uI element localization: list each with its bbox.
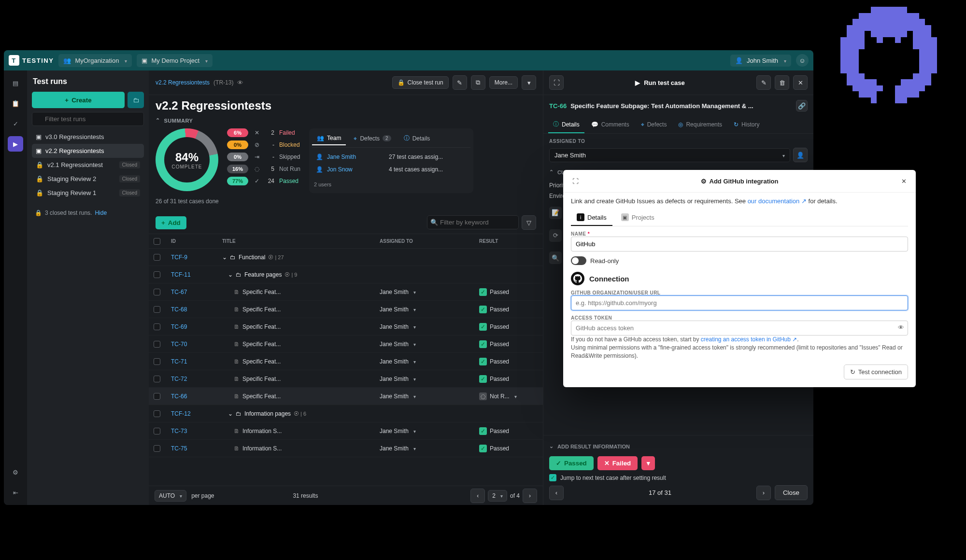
tc-id-link[interactable]: TCF-11	[171, 271, 205, 278]
result-cell[interactable]: ◌Not R...	[479, 392, 543, 400]
result-cell[interactable]: ✓Passed	[479, 288, 543, 296]
nav-collapse[interactable]: ⇤	[8, 485, 23, 500]
page-next[interactable]: ›	[523, 489, 537, 503]
more-menu[interactable]: More...	[489, 76, 518, 89]
filter-options-button[interactable]: ▽	[522, 215, 536, 230]
col-title[interactable]: TITLE	[222, 238, 377, 244]
table-row[interactable]: TC-68🗎Specific Feat...Jane Smith✓Passed	[149, 301, 543, 318]
row-checkbox[interactable]	[154, 445, 160, 452]
reveal-token-button[interactable]: 👁	[898, 324, 904, 331]
table-row[interactable]: TC-70🗎Specific Feat...Jane Smith✓Passed	[149, 336, 543, 353]
modal-expand-button[interactable]: ⛶	[569, 175, 582, 187]
folder-button[interactable]: 🗀	[128, 92, 144, 108]
table-row[interactable]: TC-72🗎Specific Feat...Jane Smith✓Passed	[149, 370, 543, 388]
result-cell[interactable]: ✓Passed	[479, 427, 543, 435]
table-row[interactable]: TC-69🗎Specific Feat...Jane Smith✓Passed	[149, 318, 543, 336]
page-select[interactable]: 2	[488, 490, 507, 502]
rp-tab-details[interactable]: ⓘDetails	[548, 116, 584, 133]
result-cell[interactable]: ✓Passed	[479, 445, 543, 452]
tc-id-link[interactable]: TC-69	[171, 323, 205, 330]
test-connection-button[interactable]: ↻Test connection	[844, 364, 908, 379]
assign-caret[interactable]	[412, 358, 416, 365]
add-testcase-button[interactable]: +Add	[156, 216, 186, 229]
summary-toggle[interactable]: ⌃ SUMMARY	[156, 117, 536, 124]
breadcrumb-link[interactable]: v2.2 Regressiontests	[156, 79, 210, 86]
tc-key[interactable]: TC-66	[549, 102, 567, 110]
run-item[interactable]: ▣v3.0 Regressiontests	[32, 130, 144, 144]
close-button[interactable]: Close	[775, 485, 808, 500]
table-row[interactable]: TC-71🗎Specific Feat...Jane Smith✓Passed	[149, 353, 543, 370]
create-run-button[interactable]: +Create	[32, 92, 125, 108]
table-row[interactable]: TC-75🗎Information S...Jane Smith✓Passed	[149, 440, 543, 457]
rp-tab-requirements[interactable]: ◎Requirements	[673, 116, 727, 133]
page-prev[interactable]: ‹	[470, 489, 485, 503]
edit-button[interactable]: ✎	[453, 75, 467, 90]
col-result[interactable]: RESULT	[479, 238, 543, 244]
hide-closed-link[interactable]: Hide	[95, 210, 107, 216]
tab-team[interactable]: 👥Team	[312, 131, 346, 145]
table-row[interactable]: TC-67🗎Specific Feat...Jane Smith✓Passed	[149, 283, 543, 301]
result-more-button[interactable]: ▾	[641, 456, 655, 470]
rp-tab-history[interactable]: ↻History	[729, 116, 764, 133]
expand-button[interactable]: ⛶	[549, 75, 564, 90]
result-cell[interactable]: ✓Passed	[479, 306, 543, 313]
col-assigned[interactable]: ASSIGNED TO	[380, 238, 476, 244]
jump-checkbox[interactable]: ✓	[549, 474, 556, 481]
tc-id-link[interactable]: TC-73	[171, 428, 205, 434]
run-item[interactable]: 🔒Staging Review 1Closed	[32, 186, 144, 200]
table-row[interactable]: TCF-11⌄🗀Feature pages ⦿ | 9	[149, 266, 543, 283]
assign-caret[interactable]	[412, 393, 416, 400]
table-row[interactable]: TC-66🗎Specific Feat...Jane Smith◌Not R..…	[149, 388, 543, 405]
chevron-down-icon[interactable]: ⌄	[228, 410, 233, 417]
row-checkbox[interactable]	[154, 358, 160, 365]
team-user-link[interactable]: Jane Smith	[327, 154, 385, 160]
col-id[interactable]: ID	[171, 238, 205, 244]
row-checkbox[interactable]	[154, 254, 160, 261]
result-cell[interactable]: ✓Passed	[479, 375, 543, 383]
row-checkbox[interactable]	[154, 410, 160, 417]
link-button[interactable]: 🔗	[796, 100, 808, 112]
org-url-input[interactable]	[571, 295, 908, 310]
tc-id-link[interactable]: TCF-9	[171, 254, 205, 261]
table-row[interactable]: TC-73🗎Information S...Jane Smith✓Passed	[149, 422, 543, 440]
modal-close-button[interactable]: ✕	[897, 175, 910, 187]
assign-caret[interactable]	[412, 341, 416, 348]
chevron-down-icon[interactable]: ⌄	[222, 254, 227, 261]
integration-name-input[interactable]	[571, 237, 908, 252]
row-checkbox[interactable]	[154, 306, 160, 313]
row-checkbox[interactable]	[154, 393, 160, 400]
assign-caret[interactable]	[412, 376, 416, 382]
create-token-link[interactable]: creating an access token in GitHub ↗	[701, 336, 797, 343]
access-token-input[interactable]	[571, 321, 908, 336]
table-row[interactable]: TCF-12⌄🗀Information pages ⦿ | 6	[149, 405, 543, 422]
team-user-link[interactable]: Jon Snow	[327, 166, 385, 173]
nav-clipboard[interactable]: 📋	[8, 96, 23, 111]
org-selector[interactable]: 👥 MyOrganization	[58, 54, 132, 67]
row-checkbox[interactable]	[154, 428, 160, 434]
per-page-select[interactable]: AUTO	[155, 490, 186, 502]
assign-caret[interactable]	[412, 306, 416, 313]
chevron-down-icon[interactable]: ⌄	[228, 271, 233, 278]
tc-next[interactable]: ›	[756, 486, 771, 500]
tc-id-link[interactable]: TC-66	[171, 393, 205, 400]
run-item[interactable]: 🔒v2.1 RegressiontestClosed	[32, 158, 144, 172]
nav-checklist[interactable]: ✓	[8, 116, 23, 131]
rp-tab-comments[interactable]: 💬Comments	[586, 116, 634, 133]
tab-defects[interactable]: ⌖Defects2	[349, 131, 396, 145]
tab-details[interactable]: ⓘDetails	[399, 131, 435, 145]
add-result-toggle[interactable]: ⌄ADD RESULT INFORMATION	[549, 440, 808, 452]
modal-tab-details[interactable]: iDetails	[571, 210, 612, 226]
row-checkbox[interactable]	[154, 271, 160, 278]
edit-tc-button[interactable]: ✎	[756, 75, 771, 90]
rp-tab-defects[interactable]: ⌖Defects	[636, 116, 672, 133]
result-cell[interactable]: ✓Passed	[479, 358, 543, 365]
tc-id-link[interactable]: TC-68	[171, 306, 205, 313]
more-caret[interactable]: ▾	[522, 75, 536, 90]
nav-dashboard[interactable]: ▤	[8, 75, 23, 91]
result-passed-button[interactable]: ✓Passed	[549, 456, 594, 470]
tc-id-link[interactable]: TC-67	[171, 289, 205, 295]
select-all-checkbox[interactable]	[154, 238, 160, 245]
assign-me-button[interactable]: 👤	[793, 148, 808, 162]
documentation-link[interactable]: our documentation ↗	[748, 197, 807, 205]
row-checkbox[interactable]	[154, 289, 160, 295]
